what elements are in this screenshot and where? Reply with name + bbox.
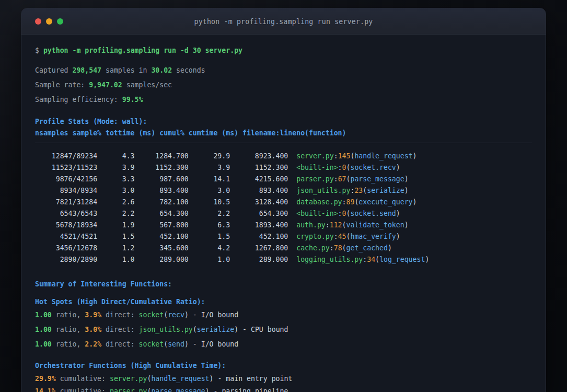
sample-rate-value: 9,947.02 (89, 81, 122, 89)
stat-lineno: 34 (367, 256, 375, 263)
profile-stats-table: 12847/89234 4.3 1284.700 29.9 8923.400 s… (35, 151, 532, 266)
stat-colon: : (338, 164, 342, 171)
stat-colon: : (326, 221, 330, 229)
stat-colon: : (334, 175, 338, 183)
hot-spot-note: - I/O bound (193, 340, 238, 348)
stat-function: socket.recv (350, 164, 396, 171)
hot-spot-ratio-label: ratio, (56, 340, 81, 348)
stat-close-paren: ) (396, 164, 400, 171)
stat-lineno: 23 (354, 187, 363, 194)
stat-filename: auth.py (296, 221, 326, 229)
captured-line: Captured 298,547 samples in 30.02 second… (35, 65, 532, 76)
stat-close-paren: ) (404, 221, 409, 229)
table-separator (35, 143, 532, 143)
stat-lineno: 112 (330, 221, 342, 229)
terminal-content: $ python -m profiling.sampling run -d 30… (21, 34, 546, 392)
stat-numbers: 12847/89234 4.3 1284.700 29.9 8923.400 (35, 152, 296, 160)
table-row: 7821/31284 2.6 782.100 10.5 3128.400 dat… (35, 197, 532, 208)
stat-numbers: 2890/2890 1.0 289.000 1.0 289.000 (35, 256, 296, 263)
orchestrator-close-paren: ) (210, 375, 214, 383)
summary-heading: Summary of Interesting Functions: (35, 279, 532, 290)
orchestrator-close-paren: ) (205, 387, 210, 392)
hot-spot-open-paren: ( (164, 340, 168, 348)
stat-filename: database.py (296, 198, 342, 206)
stat-numbers: 6543/6543 2.2 654.300 2.2 654.300 (35, 210, 296, 217)
hot-spot-direct-label: direct: (106, 340, 135, 348)
hot-spot-ratio-label: ratio, (56, 311, 81, 319)
stat-function: log_request (379, 256, 425, 263)
stat-function: handle_request (354, 152, 412, 160)
titlebar: python -m profiling.sampling run server.… (21, 8, 546, 34)
stat-numbers: 8934/8934 3.0 893.400 3.0 893.400 (35, 187, 296, 194)
hot-spot-direct-label: direct: (106, 326, 135, 333)
window-title: python -m profiling.sampling run server.… (194, 18, 373, 26)
hot-spot-direct-pct: 3.0% (85, 326, 101, 333)
captured-samples-value: 298,547 (72, 66, 101, 74)
stat-close-paren: ) (396, 233, 400, 240)
hot-spot-filename: json_utils.py (139, 326, 193, 333)
stat-colon: : (363, 256, 367, 263)
stat-numbers: 9876/42156 3.3 987.600 14.1 4215.600 (35, 175, 296, 183)
table-row: 11523/11523 3.9 1152.300 3.9 1152.300 <b… (35, 162, 532, 174)
hot-spot-item: 1.00 ratio, 3.9% direct: socket(recv) - … (35, 309, 532, 321)
orchestrator-filename: parser.py (110, 387, 147, 392)
hot-spot-function: serialize (197, 326, 234, 333)
zoom-button[interactable] (57, 18, 63, 25)
profile-stats-heading: Profile Stats (Mode: wall): (35, 116, 532, 128)
captured-label: Captured (35, 66, 68, 74)
stat-lineno: 45 (338, 233, 346, 240)
stat-numbers: 3456/12678 1.2 345.600 4.2 1267.800 (35, 244, 296, 252)
stat-open-paren: ( (375, 256, 379, 263)
orchestrator-filename: server.py (110, 375, 147, 383)
efficiency-line: Sampling efficiency: 99.5% (35, 94, 532, 106)
table-row: 9876/42156 3.3 987.600 14.1 4215.600 par… (35, 174, 532, 185)
efficiency-value: 99.5% (122, 96, 143, 103)
stat-filename: json_utils.py (296, 187, 350, 194)
orchestrator-item: 14.1% cumulative: parser.py(parse_messag… (35, 386, 532, 392)
stat-colon: : (342, 198, 346, 206)
hot-spot-ratio: 1.00 (35, 326, 52, 333)
captured-label-mid: samples in (106, 66, 147, 74)
orchestrators-heading: Orchestrator Functions (High Cumulative … (35, 360, 532, 372)
hot-spot-ratio-label: ratio, (56, 326, 81, 333)
hot-spot-open-paren: ( (193, 326, 197, 333)
orchestrator-label: cumulative: (60, 375, 106, 383)
minimize-button[interactable] (46, 18, 52, 25)
terminal-window: python -m profiling.sampling run server.… (21, 8, 546, 392)
sample-rate-line: Sample rate: 9,947.02 samples/sec (35, 79, 532, 91)
stat-colon: : (334, 152, 338, 160)
hot-spot-function: recv (168, 311, 184, 319)
hot-spot-close-paren: ) (184, 311, 189, 319)
stat-lineno: 0 (342, 164, 346, 171)
prompt-line: $ python -m profiling.sampling run -d 30… (35, 45, 532, 56)
hot-spot-ratio: 1.00 (35, 340, 52, 348)
stat-function: validate_token (346, 221, 404, 229)
hot-spot-open-paren: ( (164, 311, 168, 319)
stat-lineno: 0 (342, 210, 346, 217)
hot-spot-note: - CPU bound (242, 326, 288, 333)
table-row: 4521/4521 1.5 452.100 1.5 452.100 crypto… (35, 231, 532, 243)
stat-filename: parser.py (296, 175, 333, 183)
stat-numbers: 4521/4521 1.5 452.100 1.5 452.100 (35, 233, 296, 240)
stat-function: get_cached (346, 244, 388, 252)
orchestrator-note: - main entry point (217, 375, 292, 383)
stat-function: parse_message (350, 175, 404, 183)
captured-seconds-value: 30.02 (151, 66, 172, 74)
orchestrator-function: handle_request (151, 375, 209, 383)
hot-spot-filename: socket (139, 311, 164, 319)
stat-numbers: 7821/31284 2.6 782.100 10.5 3128.400 (35, 198, 296, 206)
hot-spot-close-paren: ) (184, 340, 189, 348)
orchestrators-list: 29.9% cumulative: server.py(handle_reque… (35, 373, 532, 392)
stat-close-paren: ) (404, 187, 409, 194)
orchestrator-label: cumulative: (60, 387, 106, 392)
stat-function: execute_query (358, 198, 412, 206)
stat-filename: crypto.py (296, 233, 333, 240)
stat-numbers: 5678/18934 1.9 567.800 6.3 1893.400 (35, 221, 296, 229)
prompt-symbol: $ (35, 47, 39, 54)
stat-close-paren: ) (425, 256, 429, 263)
stat-open-paren: ( (342, 221, 346, 229)
stat-filename: <built-in> (296, 164, 338, 171)
close-button[interactable] (35, 18, 41, 25)
stat-function: hmac_verify (350, 233, 396, 240)
stat-filename: logging_utils.py (296, 256, 363, 263)
